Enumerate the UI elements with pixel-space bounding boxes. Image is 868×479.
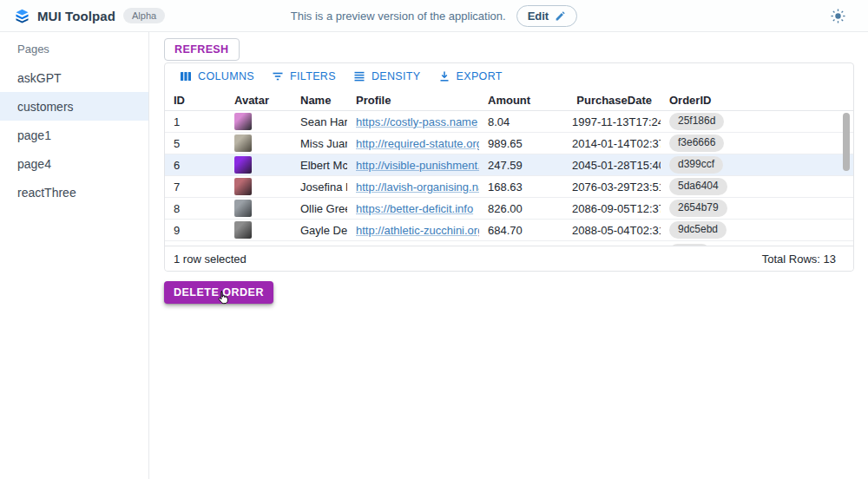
cell-id: 9 — [165, 224, 226, 237]
sidebar-item-label: askGPT — [17, 71, 62, 85]
cell-purchase-date: 1997-11-13T17:24:11.769Z — [563, 115, 661, 128]
top-app-bar: MUI Toolpad Alpha This is a preview vers… — [0, 0, 868, 32]
cell-name: Miss Juan ... — [292, 137, 347, 150]
cell-purchase-date: 2014-01-14T02:37:28.536Z — [563, 137, 661, 150]
export-icon — [438, 70, 450, 82]
cell-amount: 826.00 — [479, 202, 563, 215]
sidebar-item-reactThree[interactable]: reactThree — [0, 178, 148, 207]
avatar — [234, 156, 252, 174]
order-id-chip: f3e6666 — [669, 135, 724, 151]
table-row[interactable]: 1 Sean Harris https://costly-pass.name 8… — [165, 111, 853, 133]
sidebar: Pages askGPT customers page1 page4 react… — [0, 32, 149, 479]
sidebar-item-label: page4 — [17, 157, 51, 171]
profile-link[interactable]: http://athletic-zucchini.org — [356, 224, 479, 237]
cell-id: 6 — [165, 159, 226, 172]
cell-name: Ollie Green... — [292, 202, 347, 215]
preview-banner-text: This is a preview version of the applica… — [291, 10, 506, 23]
density-button-label: DENSITY — [372, 70, 421, 82]
export-button-label: EXPORT — [457, 70, 503, 82]
profile-link[interactable]: https://better-deficit.info — [356, 202, 473, 215]
sidebar-item-label: page1 — [17, 128, 51, 142]
cell-id: 8 — [165, 202, 226, 215]
cell-purchase-date: 2045-01-28T15:40:06.325Z — [563, 159, 661, 172]
edit-button-label: Edit — [528, 10, 549, 23]
toolpad-logo-icon — [15, 9, 30, 23]
cell-name: Gayle Den... — [292, 224, 347, 237]
filters-button[interactable]: FILTERS — [265, 67, 343, 86]
sidebar-item-label: customers — [17, 100, 74, 114]
sidebar-item-askGPT[interactable]: askGPT — [0, 63, 148, 92]
profile-link[interactable]: https://costly-pass.name — [356, 115, 477, 128]
cell-id: 7 — [165, 180, 226, 194]
grid-header-row: ID Avatar Name Profile Amount PurchaseDa… — [165, 89, 853, 111]
sidebar-item-page4[interactable]: page4 — [0, 149, 148, 178]
columns-button[interactable]: COLUMNS — [173, 67, 261, 86]
density-button[interactable]: DENSITY — [346, 67, 428, 86]
columns-icon — [180, 70, 192, 82]
sidebar-item-page1[interactable]: page1 — [0, 121, 148, 149]
filter-icon — [272, 70, 284, 82]
delete-order-button[interactable]: DELETE ORDER — [164, 281, 273, 304]
grid-vertical-scrollbar[interactable] — [843, 113, 850, 171]
density-icon — [353, 70, 365, 82]
avatar — [234, 200, 252, 217]
column-header-amount[interactable]: Amount — [479, 94, 563, 107]
grid-rows: 1 Sean Harris https://costly-pass.name 8… — [165, 111, 853, 241]
column-header-purchasedate[interactable]: PurchaseDate — [563, 94, 661, 107]
profile-link[interactable]: http://required-statute.org — [356, 137, 479, 150]
order-id-chip: 25f186d — [669, 113, 724, 129]
column-header-id[interactable]: ID — [165, 94, 226, 107]
cell-amount: 684.70 — [479, 224, 563, 237]
avatar — [234, 221, 252, 239]
sun-icon — [831, 9, 845, 23]
data-grid: COLUMNS FILTERS — [164, 62, 854, 272]
app-title: MUI Toolpad — [37, 9, 115, 23]
column-header-name[interactable]: Name — [292, 94, 347, 107]
sidebar-item-customers[interactable]: customers — [0, 92, 148, 121]
order-id-chip: 2654b79 — [669, 200, 727, 216]
table-row[interactable]: 9 Gayle Den... http://athletic-zucchini.… — [165, 220, 853, 241]
table-row[interactable]: 7 Josefina P... http://lavish-organising… — [165, 176, 853, 198]
filters-button-label: FILTERS — [290, 70, 336, 82]
cell-purchase-date: 2088-05-04T02:31:03.294Z — [563, 224, 661, 237]
cell-amount: 247.59 — [479, 159, 563, 172]
avatar — [234, 113, 252, 130]
profile-link[interactable]: http://visible-punishment.net — [356, 159, 479, 172]
sidebar-section-label: Pages — [17, 43, 148, 56]
brand-group: MUI Toolpad Alpha — [0, 8, 165, 23]
order-id-chip: d399ccf — [669, 156, 723, 173]
refresh-button[interactable]: REFRESH — [164, 38, 240, 61]
avatar — [234, 178, 252, 195]
cell-amount: 168.63 — [479, 180, 563, 194]
cell-id: 1 — [165, 115, 226, 128]
column-header-profile[interactable]: Profile — [347, 94, 479, 107]
total-rows-count: Total Rows: 13 — [762, 253, 836, 266]
pencil-icon — [555, 10, 566, 22]
table-row[interactable]: 5 Miss Juan ... http://required-statute.… — [165, 133, 853, 154]
order-id-chip: 9dc5ebd — [669, 221, 727, 238]
cell-name: Sean Harris — [292, 115, 347, 128]
theme-toggle-button[interactable] — [831, 9, 845, 23]
cell-purchase-date: 2076-03-29T23:51:07.968Z — [563, 180, 661, 194]
sidebar-items: askGPT customers page1 page4 reactThree — [0, 63, 148, 207]
cell-name: Josefina P... — [292, 180, 347, 194]
columns-button-label: COLUMNS — [198, 70, 254, 82]
page-content: REFRESH COLUMNS — [149, 32, 868, 479]
sidebar-item-label: reactThree — [17, 186, 76, 200]
edit-button[interactable]: Edit — [516, 5, 578, 27]
column-header-orderid[interactable]: OrderID — [661, 94, 853, 107]
cell-purchase-date: 2086-09-05T12:37:27.015Z — [563, 202, 661, 215]
avatar — [234, 135, 252, 152]
profile-link[interactable]: http://lavish-organising.name — [356, 180, 479, 194]
order-id-chip: 5da6404 — [669, 178, 727, 194]
cell-amount: 989.65 — [479, 137, 563, 150]
column-header-avatar[interactable]: Avatar — [226, 94, 292, 107]
alpha-badge: Alpha — [123, 8, 165, 23]
export-button[interactable]: EXPORT — [431, 67, 510, 86]
table-row[interactable]: 8 Ollie Green... https://better-deficit.… — [165, 198, 853, 220]
cell-amount: 8.04 — [479, 115, 563, 128]
cell-id: 5 — [165, 137, 226, 150]
table-row[interactable]: 6 Elbert McL... http://visible-punishmen… — [165, 154, 853, 176]
grid-toolbar: COLUMNS FILTERS — [165, 63, 853, 89]
selected-rows-count: 1 row selected — [174, 253, 247, 266]
